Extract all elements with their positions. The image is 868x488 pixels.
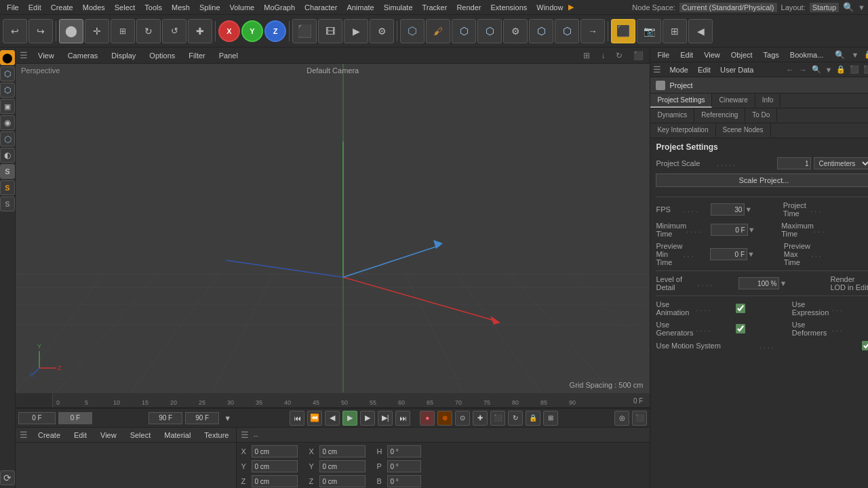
record-mode-1[interactable]: ● — [420, 411, 435, 426]
play-button[interactable]: ▶ — [342, 411, 357, 426]
use-motion-checkbox[interactable] — [862, 341, 868, 350]
sidebar-icon-1[interactable]: ⬡ — [0, 66, 15, 81]
sidebar-icon-4[interactable]: ◉ — [0, 115, 15, 130]
y-axis-button[interactable]: Y — [241, 20, 263, 42]
preview-end-input[interactable] — [185, 412, 219, 424]
end-frame-input[interactable] — [149, 412, 182, 424]
material-hamburger[interactable]: ☰ — [20, 430, 28, 440]
right-mode-menu[interactable]: Mode — [665, 64, 692, 75]
sidebar-icon-s1[interactable]: S — [0, 164, 15, 179]
menu-animate[interactable]: Animate — [342, 2, 378, 13]
lod-arrow[interactable]: ▼ — [779, 279, 782, 287]
next-frame-button[interactable]: ▶ — [360, 411, 375, 426]
sidebar-icon-5[interactable]: ⬡ — [0, 131, 15, 146]
x-axis-button[interactable]: X — [218, 20, 240, 42]
rotate-button[interactable]: ↻ — [136, 19, 161, 43]
settings-button[interactable]: ⚙ — [370, 19, 394, 43]
timeline-mode-2[interactable]: ↻ — [508, 411, 523, 426]
right-nav-back[interactable]: ← — [785, 66, 796, 74]
z-axis-button[interactable]: Z — [264, 20, 286, 42]
material-menu-view[interactable]: View — [97, 430, 120, 440]
perspective-button[interactable]: ⬡ — [400, 19, 425, 43]
right-hamburger[interactable]: ☰ — [653, 64, 661, 75]
right-extra-2[interactable]: ⬛ — [862, 65, 868, 74]
timeline-mode-1[interactable]: ⬛ — [490, 411, 505, 426]
material-menu-create[interactable]: Create — [35, 430, 64, 440]
right-extra-1[interactable]: ⬛ — [848, 65, 861, 74]
film-button[interactable]: 🎞 — [318, 19, 342, 43]
viewport-menu-display[interactable]: Display — [108, 51, 139, 60]
rot-p-input[interactable] — [387, 460, 421, 472]
viewport-menu-cameras[interactable]: Cameras — [64, 51, 102, 60]
record-mode-2[interactable]: ⊕ — [437, 411, 452, 426]
viewport-menu-options[interactable]: Options — [146, 51, 178, 60]
extra-button[interactable]: ◀ — [688, 19, 713, 43]
timeline-mode-3[interactable]: 🔒 — [526, 411, 540, 426]
viewport-icon-2[interactable]: ↓ — [599, 51, 607, 60]
yellow-button[interactable]: ⬛ — [611, 19, 635, 43]
menu-extensions[interactable]: Extensions — [486, 2, 531, 13]
viewport-icon-1[interactable]: ⊞ — [581, 51, 592, 60]
right-lock-icon-2[interactable]: 🔒 — [835, 65, 847, 74]
tab-cineware[interactable]: Cineware — [712, 94, 755, 108]
next-key-button[interactable]: ▶| — [378, 411, 393, 426]
scale-project-button[interactable]: Scale Project... — [656, 174, 868, 187]
sidebar-select-icon[interactable]: ⬤ — [0, 50, 15, 65]
right-edit-menu[interactable]: Edit — [694, 64, 715, 75]
right-menu-object[interactable]: Object — [727, 49, 757, 60]
menu-tools[interactable]: Tools — [140, 2, 166, 13]
obj-button-3[interactable]: ⚙ — [503, 19, 528, 43]
menu-window[interactable]: Window — [532, 2, 567, 13]
node-space-value[interactable]: Current (Standard/Physical) — [679, 3, 777, 12]
menu-tracker[interactable]: Tracker — [418, 2, 452, 13]
preview-min-input[interactable] — [710, 248, 747, 260]
tab-project-settings[interactable]: Project Settings — [650, 94, 712, 108]
right-search-icon-2[interactable]: 🔍 — [810, 65, 823, 74]
fps-input[interactable] — [711, 203, 745, 216]
search-icon[interactable]: 🔍 — [843, 2, 854, 12]
material-menu-material[interactable]: Material — [161, 430, 194, 440]
move-button[interactable]: ✛ — [85, 19, 109, 43]
sidebar-rotate-icon[interactable]: ⟳ — [0, 470, 15, 485]
viewport-3d[interactable]: Perspective Default Camera Grid Spacing … — [16, 64, 650, 393]
rot-b-input[interactable] — [387, 475, 421, 487]
right-userdata-menu[interactable]: User Data — [716, 64, 758, 75]
sidebar-icon-2[interactable]: ⬡ — [0, 83, 15, 98]
size-z-input[interactable] — [319, 475, 366, 487]
goto-start-button[interactable]: ⏮ — [290, 411, 304, 426]
menu-mograph[interactable]: MoGraph — [260, 2, 299, 13]
fps-arrow[interactable]: ▼ — [745, 205, 749, 214]
right-menu-tags[interactable]: Tags — [760, 49, 783, 60]
menu-select[interactable]: Select — [111, 2, 140, 13]
redo-button[interactable]: ↪ — [28, 19, 53, 43]
min-time-input[interactable] — [711, 224, 748, 236]
tab-referencing[interactable]: Referencing — [694, 108, 745, 123]
right-menu-file[interactable]: File — [653, 49, 673, 60]
sidebar-icon-6[interactable]: ◐ — [0, 148, 15, 163]
menu-render[interactable]: Render — [452, 2, 485, 13]
select-mode-button[interactable]: ⬤ — [59, 19, 83, 43]
playback-button[interactable]: ▶ — [344, 19, 368, 43]
filter-icon[interactable]: ▼ — [858, 3, 865, 12]
timeline-extra-1[interactable]: ◎ — [614, 411, 629, 426]
tab-todo[interactable]: To Do — [745, 108, 777, 123]
right-menu-view[interactable]: View — [700, 49, 724, 60]
current-frame-input[interactable] — [58, 412, 92, 424]
viewport-menu-view[interactable]: View — [35, 51, 58, 60]
undo-button[interactable]: ↩ — [3, 19, 27, 43]
obj-button-4[interactable]: ⬡ — [529, 19, 553, 43]
arrow-button[interactable]: → — [580, 19, 605, 43]
material-menu-select[interactable]: Select — [127, 430, 155, 440]
pos-x-input[interactable] — [252, 445, 298, 458]
add-button[interactable]: ✚ — [188, 19, 212, 43]
goto-end-button[interactable]: ⏭ — [395, 411, 410, 426]
material-menu-texture[interactable]: Texture — [201, 430, 232, 440]
snap-button[interactable]: ⊙ — [455, 411, 470, 426]
menu-modes[interactable]: Modes — [79, 2, 109, 13]
sidebar-icon-s2[interactable]: S — [0, 180, 15, 195]
project-scale-unit-select[interactable]: Centimeters — [814, 157, 868, 169]
right-menu-edit[interactable]: Edit — [676, 49, 697, 60]
camera-view-button[interactable]: 📷 — [637, 19, 661, 43]
timeline-mode-4[interactable]: ⊞ — [543, 411, 558, 426]
right-lock-icon[interactable]: 🔒 — [863, 50, 868, 59]
